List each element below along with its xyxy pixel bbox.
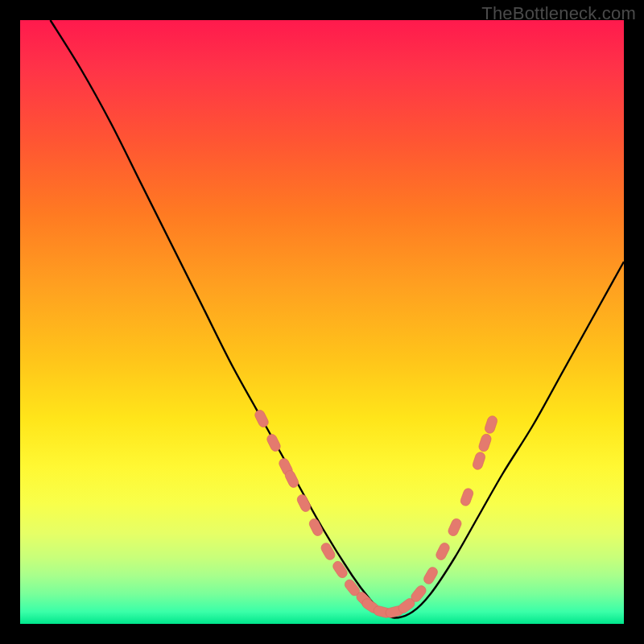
curve-marker: [460, 487, 475, 507]
plot-area: [20, 20, 624, 624]
curve-marker: [295, 493, 312, 513]
curve-svg: [20, 20, 624, 624]
chart-frame: TheBottleneck.com: [0, 0, 644, 644]
curve-marker: [447, 518, 463, 538]
curve-marker: [254, 408, 270, 428]
curve-marker: [320, 541, 336, 561]
curve-markers: [254, 408, 498, 618]
watermark-text: TheBottleneck.com: [481, 3, 636, 24]
curve-marker: [484, 415, 498, 435]
bottleneck-curve-path: [51, 20, 625, 618]
curve-marker: [422, 565, 439, 585]
curve-marker: [477, 433, 492, 453]
curve-marker: [331, 559, 349, 580]
curve-marker: [435, 541, 452, 561]
curve-marker: [472, 451, 486, 471]
